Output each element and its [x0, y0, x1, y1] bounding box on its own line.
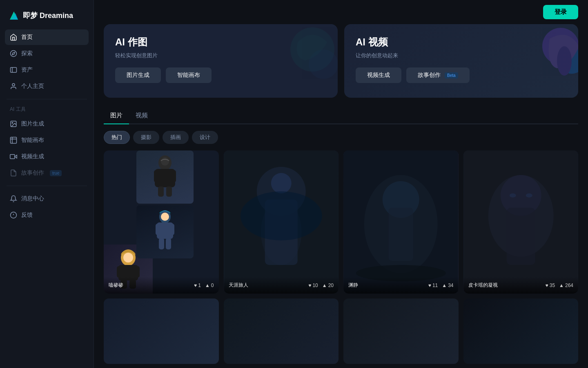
image-gen-button[interactable]: 图片生成: [115, 67, 161, 83]
sidebar-item-image-gen-label: 图片生成: [21, 120, 44, 128]
gallery-item-1-stats: ♥ 1 ▲ 0: [194, 283, 214, 288]
gallery-item-2[interactable]: 天涯旅人 ♥ 10 ▲ 20: [224, 150, 339, 294]
video-gen-icon: [10, 153, 17, 160]
sidebar-item-story-create[interactable]: 故事创作 true: [5, 165, 89, 181]
gallery-item-4-info: 皮卡瑶的凝视 ♥ 35 ▲ 264: [463, 277, 579, 294]
sidebar-item-explore-label: 探索: [21, 50, 33, 57]
svg-rect-52: [389, 208, 413, 261]
sidebar-item-notifications-label: 消息中心: [21, 195, 44, 202]
heart-icon-2: ♥: [308, 283, 311, 288]
sidebar-item-smart-canvas[interactable]: 智能画布: [5, 132, 89, 148]
sidebar: 即梦 Dreamina 首页 探索 资产: [0, 0, 94, 368]
chip-illustration[interactable]: 插画: [163, 131, 189, 144]
sidebar-item-video-gen-label: 视频生成: [21, 153, 44, 160]
bookmark-icon-2: ▲: [322, 283, 327, 288]
svg-rect-40: [135, 266, 140, 278]
hero-card-video-deco: [513, 24, 578, 98]
home-icon: [10, 34, 17, 41]
svg-point-2: [11, 51, 17, 57]
svg-rect-13: [10, 155, 15, 159]
sidebar-item-assets[interactable]: 资产: [5, 62, 89, 78]
svg-point-8: [12, 122, 13, 123]
svg-point-28: [161, 157, 169, 166]
page-content: AI 作图 轻松实现创意图片 图片生成 智能画布 AI 视频 让你的创意动起来: [94, 24, 588, 368]
sidebar-nav-main: 首页 探索 资产 个人主页: [0, 29, 94, 94]
sidebar-item-home[interactable]: 首页: [5, 29, 89, 45]
story-create-button[interactable]: 故事创作 Beta: [406, 67, 470, 83]
gallery-item-8[interactable]: [463, 298, 579, 364]
gallery-item-3-art: [343, 150, 459, 294]
svg-rect-39: [117, 266, 122, 278]
sidebar-item-explore[interactable]: 探索: [5, 46, 89, 61]
bookmark-icon-1: ▲: [205, 283, 210, 288]
gallery-item-4-title: 皮卡瑶的凝视: [468, 282, 498, 289]
gallery-item-3-bookmarks: ▲ 34: [442, 283, 453, 288]
gallery-item-3-title: 渊静: [348, 282, 358, 289]
gallery-item-2-stats: ♥ 10 ▲ 20: [308, 283, 334, 288]
video-gen-button[interactable]: 视频生成: [356, 67, 401, 83]
sidebar-item-feedback[interactable]: 反馈: [5, 207, 89, 223]
svg-marker-12: [15, 155, 17, 158]
svg-point-21: [557, 46, 572, 76]
heart-icon-4: ♥: [546, 283, 548, 288]
login-button[interactable]: 登录: [543, 5, 578, 19]
chip-design[interactable]: 设计: [192, 131, 218, 144]
svg-point-59: [526, 193, 532, 197]
gallery-item-4[interactable]: 皮卡瑶的凝视 ♥ 35 ▲ 264: [463, 150, 579, 294]
svg-rect-32: [156, 224, 160, 235]
sidebar-item-story-create-label: 故事创作: [21, 169, 44, 177]
gallery-item-4-stats: ♥ 35 ▲ 264: [546, 283, 573, 288]
gallery-item-7[interactable]: [343, 298, 459, 364]
sidebar-item-home-label: 首页: [21, 34, 33, 41]
user-icon: [10, 83, 17, 90]
sidebar-item-profile[interactable]: 个人主页: [5, 79, 89, 94]
content-tabs: 图片 视频: [104, 108, 578, 124]
heart-icon-1: ♥: [194, 283, 197, 288]
bookmark-icon-4: ▲: [559, 283, 564, 288]
svg-rect-33: [170, 224, 174, 235]
gallery-item-6[interactable]: [224, 298, 339, 364]
svg-rect-9: [11, 137, 17, 144]
tab-videos[interactable]: 视频: [129, 108, 154, 123]
sidebar-item-notifications[interactable]: 消息中心: [5, 191, 89, 206]
sidebar-item-video-gen[interactable]: 视频生成: [5, 149, 89, 164]
gallery-item-1[interactable]: 嗑碜碜 ♥ 1 ▲ 0: [104, 150, 219, 294]
gallery-item-3-stats: ♥ 11 ▲ 34: [428, 283, 454, 288]
heart-icon-3: ♥: [428, 283, 431, 288]
gallery-item-3-info: 渊静 ♥ 11 ▲ 34: [343, 277, 459, 294]
gallery-item-1-likes: ♥ 1: [194, 283, 201, 288]
smart-canvas-button[interactable]: 智能画布: [166, 67, 212, 83]
tab-images[interactable]: 图片: [104, 108, 129, 123]
hero-card-video: AI 视频 让你的创意动起来 视频生成 故事创作 Beta: [344, 24, 578, 98]
chip-hot[interactable]: 热门: [104, 131, 130, 144]
gallery-item-2-info: 天涯旅人 ♥ 10 ▲ 20: [224, 277, 339, 294]
canvas-icon: [10, 137, 17, 144]
svg-rect-25: [171, 170, 176, 182]
gallery-item-1-title: 嗑碜碜: [109, 282, 123, 289]
svg-point-6: [12, 83, 15, 86]
story-create-label: 故事创作: [418, 72, 441, 79]
svg-rect-27: [166, 186, 172, 197]
page-header: 登录: [94, 0, 588, 24]
gallery-item-2-bookmarks: ▲ 20: [322, 283, 334, 288]
svg-rect-26: [158, 186, 164, 197]
sidebar-item-feedback-label: 反馈: [21, 211, 33, 219]
gallery-item-2-title: 天涯旅人: [229, 282, 248, 289]
bell-icon: [10, 195, 17, 202]
main-content: 登录 AI 作图 轻松实现创意图片 图片生成 智能画布: [94, 0, 588, 368]
compass-icon: [10, 50, 17, 57]
svg-point-58: [509, 193, 516, 197]
gallery-item-3[interactable]: 渊静 ♥ 11 ▲ 34: [343, 150, 459, 294]
hero-cards: AI 作图 轻松实现创意图片 图片生成 智能画布 AI 视频 让你的创意动起来: [104, 24, 578, 98]
svg-rect-34: [159, 238, 164, 249]
sidebar-item-image-gen[interactable]: 图片生成: [5, 116, 89, 132]
gallery-item-1-bookmarks: ▲ 0: [205, 283, 214, 288]
svg-rect-4: [11, 67, 17, 72]
gallery-item-4-art: [463, 150, 579, 294]
bookmark-icon-3: ▲: [442, 283, 447, 288]
logo-icon: [8, 10, 20, 21]
gallery-item-5[interactable]: [104, 298, 219, 364]
logo-text: 即梦 Dreamina: [23, 11, 73, 20]
chip-photo[interactable]: 摄影: [133, 131, 159, 144]
svg-rect-24: [154, 170, 159, 182]
